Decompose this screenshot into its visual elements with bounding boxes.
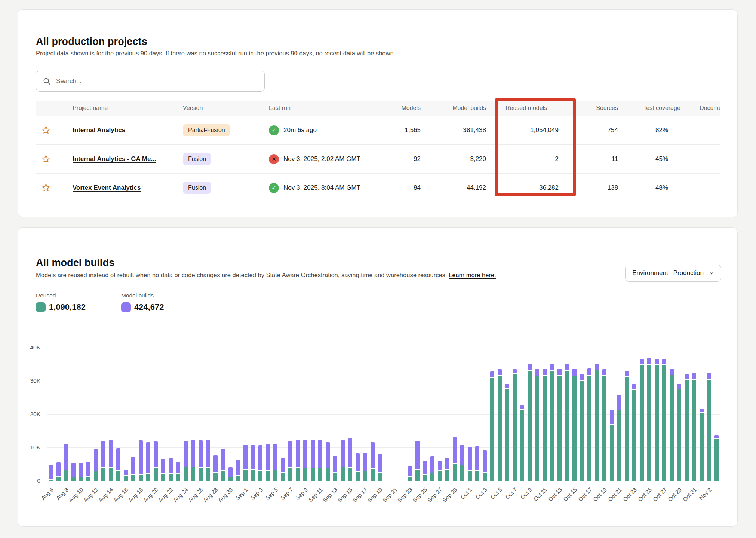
bar-reused-Sep 14[interactable] <box>341 467 345 481</box>
bar-reused-Oct 4[interactable] <box>490 378 494 481</box>
bar-reused-Aug 22[interactable] <box>169 474 173 482</box>
bar-builds-Sep 8[interactable] <box>296 440 300 468</box>
bar-builds-Sep 24[interactable] <box>415 441 420 470</box>
bar-builds-Sep 13[interactable] <box>333 456 337 473</box>
bar-builds-Sep 3[interactable] <box>258 445 262 471</box>
bar-reused-Sep 18[interactable] <box>371 469 375 481</box>
bar-builds-Oct 9[interactable] <box>528 364 532 372</box>
bar-reused-Oct 26[interactable] <box>655 365 659 481</box>
bar-reused-Oct 27[interactable] <box>662 365 666 481</box>
bar-reused-Oct 9[interactable] <box>528 371 532 481</box>
bar-reused-Sep 30[interactable] <box>460 465 464 481</box>
bar-reused-Oct 17[interactable] <box>587 376 591 481</box>
bar-reused-Oct 20[interactable] <box>610 425 614 481</box>
bar-builds-Sep 30[interactable] <box>460 445 464 465</box>
bar-builds-Aug 13[interactable] <box>101 441 105 468</box>
bar-builds-Sep 10[interactable] <box>311 440 315 468</box>
bar-reused-Sep 4[interactable] <box>266 471 270 481</box>
bar-builds-Aug 31[interactable] <box>236 460 240 476</box>
bar-reused-Aug 24[interactable] <box>184 467 188 481</box>
bar-reused-Aug 30[interactable] <box>228 477 233 481</box>
bar-builds-Sep 9[interactable] <box>303 440 307 469</box>
bar-reused-Aug 23[interactable] <box>176 474 180 482</box>
bar-reused-Oct 8[interactable] <box>520 410 524 482</box>
bar-reused-Oct 7[interactable] <box>513 374 517 481</box>
col-reused-models[interactable]: Reused models <box>495 105 575 111</box>
bar-builds-Aug 26[interactable] <box>199 440 203 468</box>
learn-more-link[interactable]: Learn more here. <box>449 272 496 278</box>
bar-builds-Sep 27[interactable] <box>438 461 442 471</box>
bar-builds-Aug 14[interactable] <box>109 440 113 468</box>
bar-builds-Aug 6[interactable] <box>49 465 53 480</box>
bar-builds-Oct 1[interactable] <box>468 447 472 470</box>
col-project-name[interactable]: Project name <box>70 105 180 111</box>
bar-builds-Aug 10[interactable] <box>79 463 83 477</box>
bar-builds-Aug 22[interactable] <box>169 458 173 474</box>
bar-builds-Oct 2[interactable] <box>475 446 479 470</box>
bar-builds-Aug 16[interactable] <box>124 470 128 476</box>
bar-builds-Sep 5[interactable] <box>273 444 277 470</box>
bar-reused-Aug 14[interactable] <box>109 468 113 482</box>
project-name-link[interactable]: Vortex Event Analytics <box>73 184 141 191</box>
bar-builds-Oct 5[interactable] <box>498 369 502 376</box>
bar-builds-Oct 17[interactable] <box>587 368 591 376</box>
bar-reused-Sep 26[interactable] <box>430 473 434 481</box>
bar-builds-Sep 15[interactable] <box>348 438 352 468</box>
bar-reused-Sep 13[interactable] <box>333 473 337 481</box>
bar-reused-Sep 12[interactable] <box>326 468 330 481</box>
bar-reused-Oct 1[interactable] <box>468 471 472 482</box>
bar-reused-Sep 11[interactable] <box>318 468 322 481</box>
bar-reused-Oct 28[interactable] <box>670 375 674 481</box>
bar-builds-Oct 16[interactable] <box>580 374 584 381</box>
bar-builds-Oct 24[interactable] <box>640 359 644 365</box>
bar-reused-Aug 15[interactable] <box>116 471 120 482</box>
bar-builds-Nov 1[interactable] <box>700 409 704 413</box>
project-name-link[interactable]: Internal Analytics - GA Me... <box>73 155 156 162</box>
search-input[interactable] <box>55 77 258 85</box>
bar-builds-Oct 8[interactable] <box>520 405 524 410</box>
bar-reused-Nov 2[interactable] <box>707 380 711 481</box>
bar-reused-Sep 9[interactable] <box>303 468 307 481</box>
bar-reused-Sep 27[interactable] <box>438 471 442 481</box>
bar-reused-Oct 10[interactable] <box>535 376 539 481</box>
bar-reused-Aug 7[interactable] <box>56 477 61 481</box>
bar-reused-Aug 11[interactable] <box>86 477 90 482</box>
bar-reused-Aug 25[interactable] <box>191 467 195 481</box>
bar-reused-Sep 28[interactable] <box>445 470 449 481</box>
bar-reused-Sep 24[interactable] <box>415 470 420 481</box>
bar-builds-Oct 31[interactable] <box>692 373 696 380</box>
bar-reused-Oct 11[interactable] <box>543 376 547 481</box>
bar-builds-Oct 11[interactable] <box>543 369 547 376</box>
bar-reused-Aug 9[interactable] <box>71 477 76 481</box>
bar-reused-Aug 20[interactable] <box>154 468 158 481</box>
bar-reused-Aug 17[interactable] <box>131 475 135 481</box>
bar-builds-Aug 20[interactable] <box>154 441 158 468</box>
col-last-run[interactable]: Last run <box>266 105 385 111</box>
bar-reused-Aug 12[interactable] <box>94 471 98 481</box>
bar-reused-Oct 19[interactable] <box>602 376 606 481</box>
bar-reused-Oct 21[interactable] <box>617 410 621 481</box>
bar-builds-Sep 7[interactable] <box>288 441 292 468</box>
bar-reused-Sep 8[interactable] <box>296 468 300 481</box>
bar-builds-Sep 1[interactable] <box>243 445 248 470</box>
favorite-star-button[interactable] <box>41 183 51 193</box>
bar-reused-Sep 17[interactable] <box>363 471 367 481</box>
bar-builds-Nov 3[interactable] <box>714 435 719 439</box>
bar-reused-Sep 19[interactable] <box>378 473 382 481</box>
bar-reused-Oct 5[interactable] <box>498 376 502 481</box>
bar-builds-Aug 19[interactable] <box>146 442 150 474</box>
bar-reused-Aug 19[interactable] <box>146 474 150 482</box>
bar-builds-Oct 3[interactable] <box>483 450 487 473</box>
bar-builds-Oct 12[interactable] <box>550 364 554 371</box>
bar-builds-Nov 2[interactable] <box>707 373 711 380</box>
bar-builds-Sep 19[interactable] <box>378 454 382 473</box>
bar-reused-Aug 10[interactable] <box>79 477 83 481</box>
bar-reused-Sep 15[interactable] <box>348 468 352 481</box>
col-sources[interactable]: Sources <box>575 105 627 111</box>
bar-reused-Oct 18[interactable] <box>595 370 599 481</box>
bar-reused-Aug 26[interactable] <box>199 468 203 481</box>
bar-reused-Sep 5[interactable] <box>273 470 277 481</box>
bar-reused-Sep 25[interactable] <box>423 475 427 481</box>
bar-reused-Aug 28[interactable] <box>213 473 218 481</box>
bar-reused-Oct 16[interactable] <box>580 381 584 481</box>
